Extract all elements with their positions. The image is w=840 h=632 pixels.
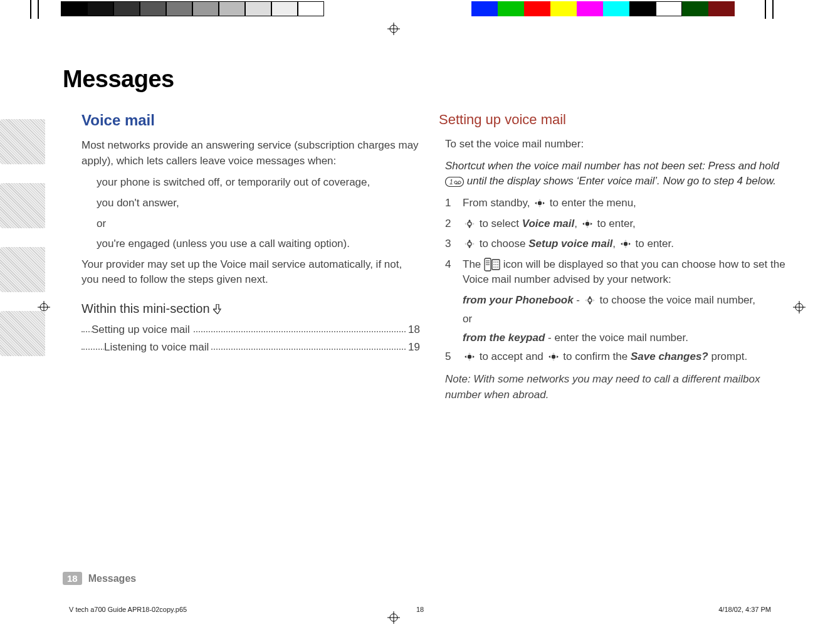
shortcut-note: Shortcut when the voice mail number has … bbox=[445, 159, 796, 189]
step-1: 1 From standby, to enter the menu, bbox=[445, 196, 796, 211]
svg-marker-57 bbox=[593, 299, 595, 302]
svg-marker-22 bbox=[465, 223, 466, 225]
step-text: to confirm the bbox=[560, 350, 631, 362]
prompt-label: Save changes? bbox=[631, 350, 708, 362]
svg-marker-23 bbox=[473, 223, 475, 225]
crop-mark bbox=[765, 0, 766, 19]
step-number: 4 bbox=[445, 257, 451, 273]
nav-updown-icon bbox=[583, 295, 597, 306]
svg-marker-66 bbox=[549, 356, 550, 358]
toc-row: Setting up voice mail 18 bbox=[81, 322, 420, 336]
svg-point-60 bbox=[588, 298, 592, 302]
svg-marker-61 bbox=[465, 356, 466, 358]
svg-marker-56 bbox=[585, 299, 587, 302]
svg-marker-19 bbox=[538, 199, 541, 201]
lead-paragraph: To set the voice mail number: bbox=[445, 137, 796, 152]
svg-marker-30 bbox=[586, 226, 589, 228]
svg-point-14 bbox=[454, 181, 457, 184]
chapter-title: Messages bbox=[63, 66, 796, 93]
key-1-voicemail-icon: 1 bbox=[445, 176, 464, 186]
shortcut-text-post: until the display shows ‘Enter voice mai… bbox=[464, 175, 776, 187]
print-filename: V tech a700 Guide APR18-02copy.p65 bbox=[69, 606, 187, 613]
print-metadata-footer: V tech a700 Guide APR18-02copy.p65 18 4/… bbox=[69, 606, 771, 613]
print-timestamp: 4/18/02, 4:37 PM bbox=[718, 606, 771, 613]
svg-marker-63 bbox=[468, 352, 471, 354]
svg-marker-20 bbox=[538, 206, 541, 208]
svg-point-41 bbox=[624, 242, 627, 246]
nav-center-icon bbox=[547, 351, 560, 362]
step-text: to accept and bbox=[476, 350, 547, 362]
shortcut-text-pre: Shortcut when the voice mail number has … bbox=[445, 160, 779, 172]
svg-text:1: 1 bbox=[449, 179, 453, 186]
svg-point-21 bbox=[538, 201, 542, 205]
section-title-setting-up: Setting up voice mail bbox=[439, 112, 796, 128]
option-text: - enter the voice mail number. bbox=[545, 332, 688, 344]
svg-marker-58 bbox=[589, 296, 591, 298]
option-text: - bbox=[574, 294, 583, 306]
step-number: 1 bbox=[445, 196, 451, 211]
step-4-option-2: from the keypad - enter the voice mail n… bbox=[445, 330, 796, 345]
svg-marker-69 bbox=[552, 359, 555, 361]
nav-center-icon bbox=[619, 238, 633, 250]
svg-marker-68 bbox=[552, 352, 555, 354]
color-calibration-bar bbox=[471, 1, 735, 16]
crop-mark bbox=[772, 0, 774, 19]
toc-page-number: 19 bbox=[406, 340, 420, 356]
page-footer: 18 Messages bbox=[63, 572, 796, 585]
step-text: to enter, bbox=[594, 218, 636, 229]
crop-mark bbox=[30, 0, 31, 19]
svg-point-55 bbox=[497, 266, 498, 268]
step-text: , bbox=[574, 218, 580, 229]
svg-point-54 bbox=[495, 266, 496, 268]
svg-marker-35 bbox=[468, 246, 471, 248]
svg-marker-34 bbox=[468, 240, 471, 241]
step-text: From standby, bbox=[463, 197, 533, 209]
step-3: 3 to choose Setup voice mail, to enter. bbox=[445, 236, 796, 252]
step-4: 4 The icon will be displayed so that you… bbox=[445, 257, 796, 288]
step-text: prompt. bbox=[708, 350, 747, 362]
toc-label: Setting up voice mail bbox=[92, 324, 192, 335]
menu-item-label: Setup voice mail bbox=[528, 238, 612, 250]
step-5: 5 to accept and to confirm the Save chan… bbox=[445, 349, 796, 365]
step-text: , bbox=[612, 238, 618, 250]
intro-paragraph: Most networks provide an answering servi… bbox=[81, 138, 420, 169]
bullet-item: you don't answer, bbox=[81, 196, 420, 211]
svg-point-36 bbox=[468, 242, 471, 246]
step-number: 2 bbox=[445, 216, 451, 232]
svg-point-70 bbox=[551, 354, 555, 358]
thumb-index-tabs bbox=[0, 119, 45, 375]
svg-marker-18 bbox=[543, 202, 545, 204]
svg-point-49 bbox=[497, 261, 498, 263]
svg-point-50 bbox=[493, 264, 495, 265]
step-text: to select bbox=[476, 218, 522, 229]
step-text: The bbox=[463, 258, 484, 270]
option-text: to choose the voice mail number, bbox=[597, 294, 755, 306]
steps-list: 1 From standby, to enter the menu, 2 to … bbox=[445, 196, 796, 288]
svg-marker-64 bbox=[468, 359, 471, 361]
toc-page-number: 18 bbox=[406, 322, 420, 338]
svg-point-53 bbox=[493, 266, 495, 268]
toc-label: Listening to voice mail bbox=[104, 341, 211, 353]
steps-list-continued: 5 to accept and to confirm the Save chan… bbox=[445, 349, 796, 365]
step-text: to enter the menu, bbox=[547, 197, 636, 209]
step-2: 2 to select Voice mail, to enter, bbox=[445, 216, 796, 232]
toc-row: Listening to voice mail 19 bbox=[81, 340, 420, 354]
svg-marker-25 bbox=[468, 226, 471, 228]
section-title-voice-mail: Voice mail bbox=[81, 112, 420, 129]
mini-section-heading: Within this mini-section bbox=[81, 302, 420, 316]
svg-marker-29 bbox=[586, 219, 589, 221]
arrow-down-icon bbox=[213, 303, 222, 313]
mini-section-label: Within this mini-section bbox=[81, 302, 210, 315]
svg-marker-59 bbox=[589, 303, 591, 305]
nav-updown-icon bbox=[463, 218, 476, 229]
step-number: 5 bbox=[445, 349, 451, 365]
bullet-item: your phone is switched off, or temporari… bbox=[81, 175, 420, 191]
menu-item-label: Voice mail bbox=[522, 218, 574, 229]
svg-marker-67 bbox=[557, 356, 559, 358]
svg-marker-27 bbox=[582, 223, 584, 225]
footnote: Note: With some networks you may need to… bbox=[445, 372, 796, 403]
svg-marker-37 bbox=[621, 243, 622, 245]
svg-marker-24 bbox=[468, 219, 471, 221]
page-content: Messages Voice mail Most networks provid… bbox=[63, 66, 796, 588]
option-label: from your Phonebook bbox=[463, 294, 574, 306]
